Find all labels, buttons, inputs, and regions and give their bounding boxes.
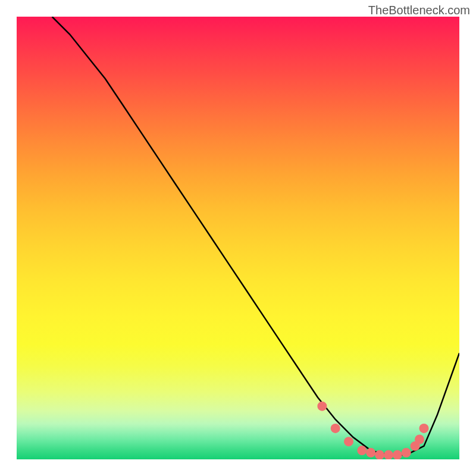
- data-marker: [419, 424, 429, 433]
- data-marker: [366, 448, 375, 458]
- curve-line: [52, 17, 460, 455]
- data-marker: [402, 448, 411, 458]
- data-marker: [344, 437, 353, 446]
- data-marker: [384, 450, 393, 459]
- data-marker: [357, 446, 367, 455]
- data-marker: [317, 402, 327, 411]
- data-marker: [393, 450, 402, 459]
- data-marker: [375, 450, 384, 459]
- data-marker: [415, 435, 424, 444]
- chart-container: TheBottleneck.com: [0, 0, 476, 476]
- marker-group: [317, 402, 428, 459]
- chart-overlay: [17, 17, 459, 459]
- data-marker: [331, 424, 340, 433]
- watermark-text: TheBottleneck.com: [368, 4, 470, 17]
